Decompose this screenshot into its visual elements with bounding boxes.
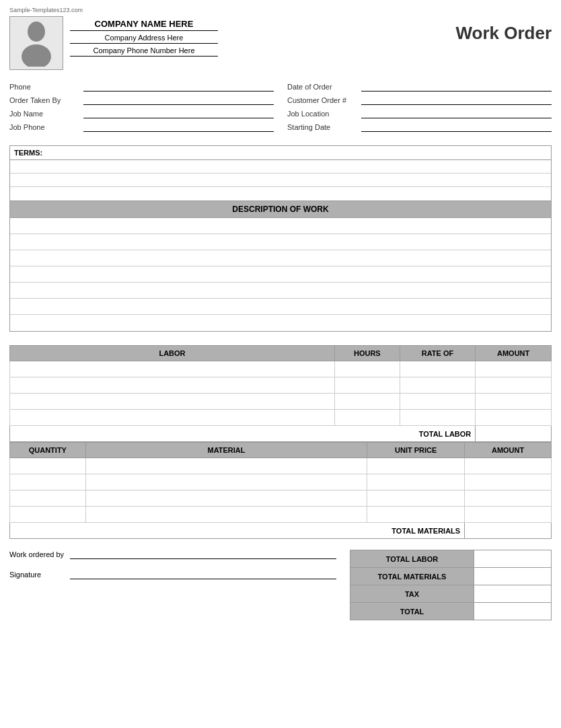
work-row-1[interactable] (10, 218, 551, 234)
work-rows (9, 218, 552, 332)
labor-hours-2[interactable] (335, 377, 400, 394)
starting-date-row: Starting Date (287, 122, 552, 132)
mat-desc-1[interactable] (85, 458, 367, 474)
mat-price-1[interactable] (367, 458, 465, 474)
summary-tax-label: TAX (350, 585, 474, 603)
labor-rate-4[interactable] (400, 410, 476, 426)
summary-total-labor-value[interactable] (474, 550, 552, 568)
labor-desc-3[interactable] (10, 394, 335, 410)
labor-amount-4[interactable] (476, 410, 552, 426)
company-phone: Company Phone Number Here (70, 46, 218, 57)
job-phone-row: Job Phone (9, 122, 274, 132)
labor-data-row-4[interactable] (10, 410, 552, 426)
svg-point-0 (28, 22, 45, 42)
labor-desc-1[interactable] (10, 361, 335, 377)
materials-data-row-2[interactable] (10, 474, 552, 490)
mat-qty-3[interactable] (10, 490, 86, 507)
summary-total-materials-value[interactable] (474, 568, 552, 585)
mat-desc-3[interactable] (85, 490, 367, 507)
mat-amount-3[interactable] (465, 490, 552, 507)
materials-data-row-1[interactable] (10, 458, 552, 474)
svg-point-1 (22, 44, 51, 67)
labor-hours-1[interactable] (335, 361, 400, 377)
description-header: DESCRIPTION OF WORK (9, 201, 552, 218)
labor-rate-2[interactable] (400, 377, 476, 394)
job-name-row: Job Name (9, 109, 274, 118)
materials-data-row-3[interactable] (10, 490, 552, 507)
avatar (9, 16, 63, 70)
total-materials-value[interactable] (465, 523, 552, 539)
summary-total-materials-label: TOTAL MATERIALS (350, 568, 474, 585)
order-taken-by-input[interactable] (83, 96, 274, 105)
work-row-7[interactable] (10, 315, 551, 331)
mat-price-2[interactable] (367, 474, 465, 490)
summary-total-label: TOTAL (350, 603, 474, 620)
mat-amount-1[interactable] (465, 458, 552, 474)
work-ordered-by-label: Work ordered by (9, 550, 70, 558)
mat-desc-2[interactable] (85, 474, 367, 490)
signature-row: Signature (9, 570, 336, 579)
form-right: Date of Order Customer Order # Job Locat… (287, 82, 552, 136)
signature-input[interactable] (70, 570, 336, 579)
mat-desc-4[interactable] (85, 507, 367, 523)
phone-input[interactable] (83, 82, 274, 92)
labor-amount-2[interactable] (476, 377, 552, 394)
mat-price-4[interactable] (367, 507, 465, 523)
summary-total-materials-row: TOTAL MATERIALS (350, 568, 552, 585)
job-name-input[interactable] (83, 109, 274, 118)
avatar-icon (16, 20, 57, 67)
mat-amount-4[interactable] (465, 507, 552, 523)
job-phone-label: Job Phone (9, 123, 83, 131)
labor-amount-3[interactable] (476, 394, 552, 410)
materials-table: QUANTITY MATERIAL UNIT PRICE AMOUNT (9, 442, 552, 539)
labor-amount-1[interactable] (476, 361, 552, 377)
customer-order-label: Customer Order # (287, 96, 361, 104)
labor-data-row-2[interactable] (10, 377, 552, 394)
mat-qty-4[interactable] (10, 507, 86, 523)
work-row-5[interactable] (10, 283, 551, 299)
mat-qty-1[interactable] (10, 458, 86, 474)
labor-rate-1[interactable] (400, 361, 476, 377)
mat-amount-col-header: AMOUNT (465, 443, 552, 458)
terms-row-1[interactable] (10, 160, 551, 174)
mat-price-3[interactable] (367, 490, 465, 507)
form-left: Phone Order Taken By Job Name Job Phone (9, 82, 274, 136)
terms-header: TERMS: (10, 146, 551, 160)
starting-date-input[interactable] (361, 122, 552, 132)
materials-data-row-4[interactable] (10, 507, 552, 523)
labor-data-row-3[interactable] (10, 394, 552, 410)
work-row-6[interactable] (10, 299, 551, 315)
terms-row-2[interactable] (10, 174, 551, 187)
work-row-2[interactable] (10, 234, 551, 250)
total-labor-label: TOTAL LABOR (10, 426, 476, 442)
order-taken-by-row: Order Taken By (9, 96, 274, 105)
materials-header-row: QUANTITY MATERIAL UNIT PRICE AMOUNT (10, 443, 552, 458)
summary-tax-value[interactable] (474, 585, 552, 603)
labor-desc-4[interactable] (10, 410, 335, 426)
company-info: COMPANY NAME HERE Company Address Here C… (70, 16, 218, 59)
total-labor-value[interactable] (476, 426, 552, 442)
form-section: Phone Order Taken By Job Name Job Phone … (9, 82, 552, 136)
customer-order-input[interactable] (361, 96, 552, 105)
work-ordered-by-input[interactable] (70, 550, 336, 559)
mat-amount-2[interactable] (465, 474, 552, 490)
labor-rate-3[interactable] (400, 394, 476, 410)
summary-total-value[interactable] (474, 603, 552, 620)
phone-row: Phone (9, 82, 274, 92)
labor-hours-3[interactable] (335, 394, 400, 410)
labor-hours-4[interactable] (335, 410, 400, 426)
date-of-order-label: Date of Order (287, 83, 361, 91)
labor-table: LABOR HOURS RATE OF AMOUNT (9, 345, 552, 442)
work-order-title: Work Order (455, 16, 552, 44)
terms-row-3[interactable] (10, 187, 551, 201)
labor-data-row-1[interactable] (10, 361, 552, 377)
labor-desc-2[interactable] (10, 377, 335, 394)
job-phone-input[interactable] (83, 122, 274, 132)
rate-col-header: RATE OF (400, 346, 476, 361)
work-row-3[interactable] (10, 250, 551, 266)
work-row-4[interactable] (10, 266, 551, 283)
amount-col-header: AMOUNT (476, 346, 552, 361)
date-of-order-input[interactable] (361, 82, 552, 92)
mat-qty-2[interactable] (10, 474, 86, 490)
job-location-input[interactable] (361, 109, 552, 118)
